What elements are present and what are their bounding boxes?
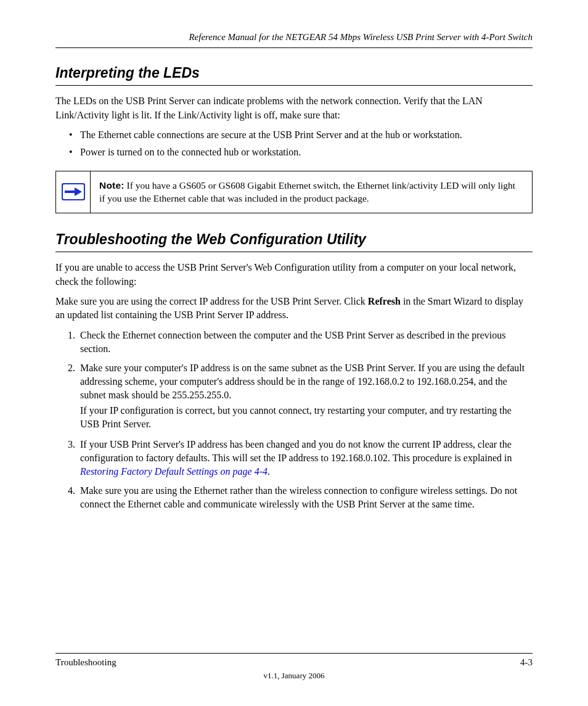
leds-bullet-list: The Ethernet cable connections are secur… — [69, 128, 533, 160]
note-text: Note: If you have a GS605 or GS608 Gigab… — [91, 171, 532, 213]
section-heading-leds: Interpreting the LEDs — [55, 63, 533, 86]
page-header: Reference Manual for the NETGEAR 54 Mbps… — [55, 31, 533, 48]
footer-page-number: 4-3 — [520, 656, 533, 669]
footer-left: Troubleshooting — [55, 656, 116, 669]
section-heading-webconfig: Troubleshooting the Web Configuration Ut… — [55, 229, 533, 252]
troubleshooting-steps: Check the Ethernet connection between th… — [78, 329, 533, 512]
list-item: Make sure you are using the Ethernet rat… — [78, 484, 533, 512]
list-item: If your USB Print Server's IP address ha… — [78, 438, 533, 479]
list-item: Check the Ethernet connection between th… — [78, 329, 533, 356]
cross-reference-link[interactable]: Restoring Factory Default Settings — [80, 466, 218, 477]
webconfig-intro-a: If you are unable to access the USB Prin… — [55, 261, 533, 289]
note-icon-cell — [56, 171, 91, 213]
footer-version: v1.1, January 2006 — [55, 670, 533, 681]
header-title: Reference Manual for the NETGEAR 54 Mbps… — [189, 32, 533, 42]
note-callout: Note: If you have a GS605 or GS608 Gigab… — [55, 171, 533, 213]
list-item: Make sure your computer's IP address is … — [78, 361, 533, 432]
leds-intro: The LEDs on the USB Print Server can ind… — [55, 94, 533, 122]
webconfig-intro-b: Make sure you are using the correct IP a… — [55, 295, 533, 322]
note-label: Note: — [99, 180, 125, 191]
page-footer: Troubleshooting 4-3 v1.1, January 2006 — [55, 653, 533, 681]
note-body: If you have a GS605 or GS608 Gigabit Eth… — [99, 180, 515, 204]
list-item: The Ethernet cable connections are secur… — [69, 128, 533, 142]
arrow-right-icon — [61, 183, 86, 201]
if-clause: If your IP configuration is correct, but… — [80, 404, 533, 432]
list-item: Power is turned on to the connected hub … — [69, 146, 533, 159]
